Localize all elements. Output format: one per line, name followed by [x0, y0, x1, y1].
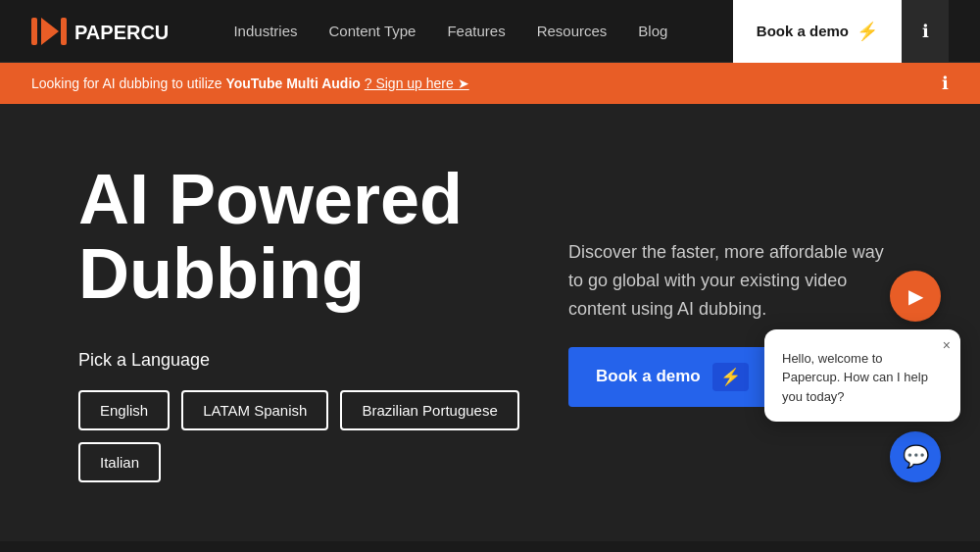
chat-welcome-text: Hello, welcome to Papercup. How can I he…	[782, 349, 943, 407]
banner-text: Looking for AI dubbing to utilize YouTub…	[31, 75, 469, 91]
logo-icon: PAPERCUP.	[31, 14, 169, 49]
hero-section: AI Powered Dubbing Pick a Language Engli…	[0, 104, 980, 541]
svg-rect-2	[61, 18, 67, 45]
banner-cta[interactable]: ? Sign up here ➤	[365, 75, 469, 91]
chat-widget: ▶ × Hello, welcome to Papercup. How can …	[764, 271, 960, 483]
svg-rect-0	[31, 18, 37, 45]
banner-prefix: Looking for AI dubbing to utilize	[31, 75, 225, 91]
nav-resources[interactable]: Resources	[537, 19, 608, 43]
banner-highlight: YouTube Multi Audio	[225, 75, 360, 91]
announcement-banner: Looking for AI dubbing to utilize YouTub…	[0, 63, 980, 104]
hero-title-line2: Dubbing	[78, 234, 365, 313]
hero-cta-label: Book a demo	[596, 367, 701, 386]
svg-text:PAPERCUP.: PAPERCUP.	[74, 22, 169, 43]
info-button[interactable]: ℹ	[902, 0, 949, 63]
book-demo-button[interactable]: Book a demo ⚡	[733, 0, 902, 63]
navbar: PAPERCUP. Industries Content Type Featur…	[0, 0, 980, 63]
hero-cta-button[interactable]: Book a demo ⚡	[568, 347, 776, 407]
chat-avatar-icon: ▶	[908, 284, 923, 308]
chat-bubble: × Hello, welcome to Papercup. How can I …	[764, 329, 960, 423]
pick-language-label: Pick a Language	[78, 350, 529, 371]
lang-latam-spanish[interactable]: LATAM Spanish	[181, 390, 328, 430]
svg-marker-1	[41, 18, 59, 45]
book-demo-label: Book a demo	[757, 23, 849, 39]
nav-blog[interactable]: Blog	[638, 19, 667, 43]
hero-title: AI Powered Dubbing	[78, 163, 529, 311]
nav-links: Industries Content Type Features Resourc…	[233, 19, 667, 43]
banner-info-icon[interactable]: ℹ	[942, 73, 949, 94]
lang-italian[interactable]: Italian	[78, 442, 161, 482]
lang-english[interactable]: English	[78, 390, 170, 430]
logo[interactable]: PAPERCUP.	[31, 14, 169, 49]
hero-title-line1: AI Powered	[78, 160, 463, 238]
nav-cta: Book a demo ⚡ ℹ	[733, 0, 949, 63]
chat-close-button[interactable]: ×	[943, 337, 951, 353]
chat-trigger-icon: 💬	[903, 444, 929, 470]
chat-avatar: ▶	[890, 271, 941, 322]
language-buttons: English LATAM Spanish Brazilian Portugue…	[78, 390, 529, 482]
lang-brazilian-portuguese[interactable]: Brazilian Portuguese	[340, 390, 518, 430]
info-icon: ℹ	[922, 21, 929, 42]
nav-features[interactable]: Features	[447, 19, 505, 43]
chat-trigger-button[interactable]: 💬	[890, 431, 941, 482]
arrow-icon: ⚡	[857, 21, 878, 42]
nav-content-type[interactable]: Content Type	[328, 19, 416, 43]
hero-left: AI Powered Dubbing Pick a Language Engli…	[78, 163, 529, 482]
hero-cta-arrow-icon: ⚡	[712, 363, 749, 391]
nav-industries[interactable]: Industries	[233, 19, 297, 43]
